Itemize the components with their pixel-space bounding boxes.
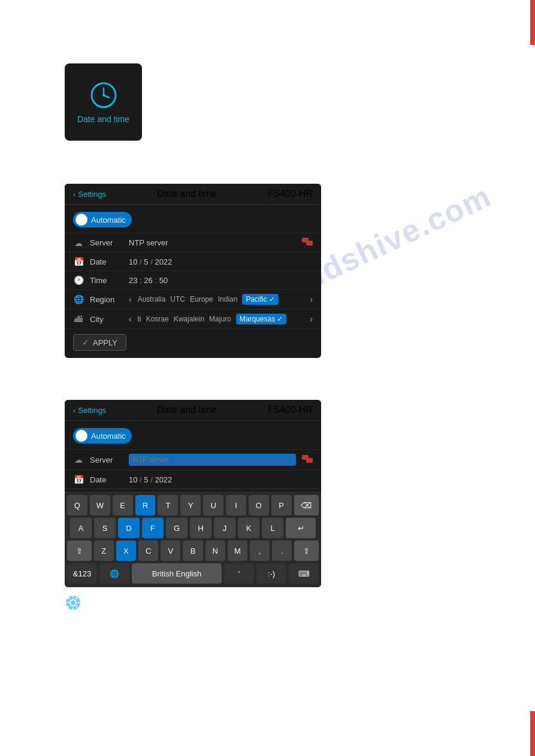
key-c[interactable]: C [138, 541, 158, 561]
key-s[interactable]: S [94, 518, 116, 538]
date-value-2: 10 / 5 / 2022 [129, 475, 313, 484]
svg-rect-7 [306, 458, 313, 463]
svg-rect-5 [306, 241, 313, 245]
key-shift-right[interactable]: ⇧ [294, 541, 319, 561]
key-v[interactable]: V [161, 541, 180, 561]
city-majuro: Majuro [209, 315, 231, 323]
city-values: ti Kosrae Kwajalein Majuro Marquesas ✓ [138, 314, 304, 324]
apply-button[interactable]: ✓ APPLY [73, 334, 126, 351]
key-f[interactable]: F [142, 518, 164, 538]
key-j[interactable]: J [214, 518, 235, 538]
server-row-2: ☁ Server [65, 450, 321, 470]
back-chevron-icon: ‹ [73, 190, 75, 199]
city-kwajalein: Kwajalein [174, 315, 204, 323]
key-shift-left[interactable]: ⇧ [67, 541, 92, 561]
city-row: 🏙 City ‹ ti Kosrae Kwajalein Majuro Marq… [65, 309, 321, 329]
svg-rect-11 [72, 608, 74, 610]
city-marquesas-selected[interactable]: Marquesas ✓ [236, 314, 286, 324]
red-bar-bottom [530, 711, 535, 756]
automatic-toggle[interactable]: Automatic [73, 212, 132, 227]
key-d[interactable]: D [118, 518, 140, 538]
apply-row: ✓ APPLY [65, 329, 321, 356]
key-n[interactable]: N [205, 541, 225, 561]
key-keyboard-hide[interactable]: ⌨ [289, 563, 319, 584]
city-prev-button[interactable]: ‹ [129, 314, 132, 324]
key-i[interactable]: I [226, 495, 246, 515]
keyboard: Q W E R T Y U I O P ⌫ A S D F G H J K L … [65, 491, 321, 587]
key-m[interactable]: M [228, 541, 247, 561]
key-q[interactable]: Q [67, 495, 87, 515]
svg-point-3 [102, 94, 105, 96]
key-u[interactable]: U [203, 495, 223, 515]
key-o[interactable]: O [249, 495, 269, 515]
key-z[interactable]: Z [94, 541, 114, 561]
key-comma[interactable]: , [250, 541, 270, 561]
panel2-back-label: Settings [78, 406, 106, 415]
region-next-button[interactable]: › [310, 294, 313, 304]
key-a[interactable]: A [70, 518, 92, 538]
panel1-device: FS400-HR [267, 189, 313, 199]
panel2-back-button[interactable]: ‹ Settings [73, 406, 106, 415]
keyboard-row-3: ⇧ Z X C V B N M , . ⇧ [67, 541, 319, 561]
region-prev-button[interactable]: ‹ [129, 294, 132, 304]
keyboard-row-1: Q W E R T Y U I O P ⌫ [67, 495, 319, 515]
region-row: 🌐 Region ‹ Australia UTC Europe Indian P… [65, 290, 321, 309]
toggle-label: Automatic [91, 215, 126, 224]
key-l[interactable]: L [262, 518, 283, 538]
time-row: 🕐 Time 23 : 26 : 50 [65, 271, 321, 290]
key-y[interactable]: Y [180, 495, 201, 515]
region-indian: Indian [218, 295, 238, 303]
city-icon: 🏙 [73, 314, 84, 324]
panel1-body: Automatic ☁ Server NTP server 📅 Date 10 … [65, 205, 321, 358]
cloud-icon: ☁ [73, 238, 84, 248]
time-icon: 🕐 [73, 275, 84, 285]
keyboard-row-2: A S D F G H J K L ↵ [67, 518, 319, 538]
date-label-2: Date [90, 475, 123, 484]
key-enter[interactable]: ↵ [286, 518, 316, 538]
date-row: 📅 Date 10 / 5 / 2022 [65, 253, 321, 271]
ntp-server-input[interactable] [129, 454, 296, 466]
key-x[interactable]: X [116, 541, 136, 561]
key-symbols[interactable]: &123 [67, 563, 97, 584]
key-h[interactable]: H [190, 518, 211, 538]
calendar-icon-2: 📅 [73, 475, 84, 484]
panel1-back-button[interactable]: ‹ Settings [73, 190, 106, 199]
city-kosrae: Kosrae [146, 315, 169, 323]
toggle-label-2: Automatic [91, 432, 126, 441]
panel1-header: ‹ Settings Date and time FS400-HR [65, 184, 321, 205]
key-r[interactable]: R [135, 495, 156, 515]
key-k[interactable]: K [238, 518, 259, 538]
automatic-toggle-2[interactable]: Automatic [73, 428, 132, 444]
key-e[interactable]: E [113, 495, 133, 515]
region-pacific-selected[interactable]: Pacific ✓ [242, 294, 278, 305]
key-p[interactable]: P [271, 495, 292, 515]
date-row-2: 📅 Date 10 / 5 / 2022 [65, 470, 321, 489]
city-next-button[interactable]: › [310, 314, 313, 324]
key-backspace[interactable]: ⌫ [294, 495, 319, 515]
key-emoji[interactable]: :-) [256, 563, 286, 584]
clock-icon [89, 81, 118, 110]
time-value: 23 : 26 : 50 [129, 276, 313, 285]
key-space[interactable]: British English [132, 563, 222, 584]
date-time-icon-card[interactable]: Date and time [65, 63, 142, 141]
server-icon-extra-2 [302, 455, 313, 465]
server-row: ☁ Server NTP server [65, 233, 321, 253]
panel1-back-label: Settings [78, 190, 106, 199]
toggle-circle-2 [75, 430, 87, 442]
key-t[interactable]: T [158, 495, 178, 515]
key-w[interactable]: W [90, 495, 110, 515]
date-label: Date [90, 257, 123, 266]
key-apostrophe[interactable]: ' [224, 563, 254, 584]
region-values: Australia UTC Europe Indian Pacific ✓ [138, 294, 304, 305]
red-bar-top [530, 0, 535, 45]
key-period[interactable]: . [272, 541, 292, 561]
key-g[interactable]: G [166, 518, 188, 538]
server-label-2: Server [90, 456, 123, 464]
toggle-circle [75, 214, 87, 226]
key-b[interactable]: B [183, 541, 202, 561]
key-globe[interactable]: 🌐 [99, 563, 129, 584]
gear-icon-bottom [65, 594, 81, 611]
check-icon: ✓ [82, 338, 89, 347]
screen-panel-2: ‹ Settings Date and time FS400-HR Automa… [65, 400, 321, 587]
region-label: Region [90, 295, 123, 304]
